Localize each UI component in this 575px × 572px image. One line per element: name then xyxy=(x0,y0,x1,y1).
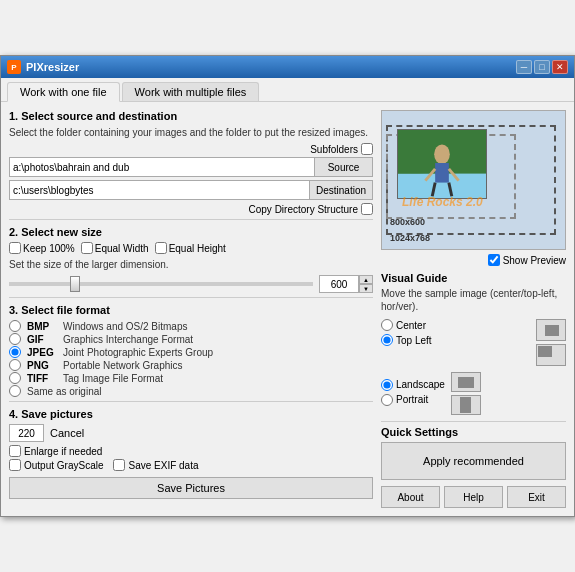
landscape-label: Landscape xyxy=(396,379,445,390)
mini-landscape-img xyxy=(458,377,474,388)
format-same-desc: Same as original xyxy=(27,386,101,397)
copy-dir-checkbox[interactable] xyxy=(361,203,373,215)
save-pictures-button[interactable]: Save Pictures xyxy=(9,477,373,499)
topleft-radio[interactable] xyxy=(381,334,393,346)
format-bmp-desc: Windows and OS/2 Bitmaps xyxy=(63,321,188,332)
size-value-input[interactable] xyxy=(319,275,359,293)
format-png-radio[interactable] xyxy=(9,359,21,371)
equal-height-option: Equal Height xyxy=(155,242,226,254)
equal-height-label: Equal Height xyxy=(169,243,226,254)
slider-thumb[interactable] xyxy=(70,276,80,292)
visual-guide-title: Visual Guide xyxy=(381,272,566,284)
landscape-radio[interactable] xyxy=(381,379,393,391)
keep100-option: Keep 100% xyxy=(9,242,75,254)
show-preview-checkbox[interactable] xyxy=(488,254,500,266)
app-window: P PIXresizer ─ □ ✕ Work with one file Wo… xyxy=(0,55,575,517)
grayscale-label: Output GrayScale xyxy=(24,460,103,471)
preview-area: Life Rocks 2.0 800x600 1024x768 xyxy=(381,110,566,250)
center-radio[interactable] xyxy=(381,319,393,331)
equal-width-label: Equal Width xyxy=(95,243,149,254)
section4-title: 4. Save pictures xyxy=(9,408,373,420)
title-bar-left: P PIXresizer xyxy=(7,60,79,74)
mini-landscape xyxy=(451,372,481,392)
svg-rect-3 xyxy=(435,163,449,183)
size-up-button[interactable]: ▲ xyxy=(359,275,373,284)
mini-img-center xyxy=(545,325,559,336)
maximize-button[interactable]: □ xyxy=(534,60,550,74)
bottom-buttons: About Help Exit xyxy=(381,486,566,508)
keep100-checkbox[interactable] xyxy=(9,242,21,254)
format-gif-radio[interactable] xyxy=(9,333,21,345)
tab-work-one-file[interactable]: Work with one file xyxy=(7,82,120,102)
main-content: 1. Select source and destination Select … xyxy=(1,102,574,516)
preview-size-1024: 1024x768 xyxy=(390,233,430,243)
center-option: Center xyxy=(381,319,530,331)
center-label: Center xyxy=(396,320,426,331)
subfolders-checkbox[interactable] xyxy=(361,143,373,155)
orientation-col: Landscape Portrait xyxy=(381,379,445,409)
help-button[interactable]: Help xyxy=(444,486,503,508)
quality-input[interactable] xyxy=(9,424,44,442)
equal-height-checkbox[interactable] xyxy=(155,242,167,254)
topleft-option: Top Left xyxy=(381,334,530,346)
copy-dir-row: Copy Directory Structure xyxy=(9,203,373,215)
format-gif-desc: Graphics Interchange Format xyxy=(63,334,193,345)
format-same: Same as original xyxy=(9,385,373,397)
format-tiff: TIFF Tag Image File Format xyxy=(9,372,373,384)
source-button[interactable]: Source xyxy=(315,157,373,177)
show-preview-label: Show Preview xyxy=(503,255,566,266)
enlarge-option: Enlarge if needed xyxy=(9,445,373,457)
keep100-label: Keep 100% xyxy=(23,243,75,254)
orientation-mini-previews xyxy=(451,372,481,415)
title-bar: P PIXresizer ─ □ ✕ xyxy=(1,56,574,78)
subfolders-label: Subfolders xyxy=(310,144,358,155)
bottom-checks: Output GrayScale Save EXIF data xyxy=(9,459,373,473)
orientation-options: Landscape Portrait xyxy=(381,372,566,415)
format-jpeg-desc: Joint Photographic Experts Group xyxy=(63,347,213,358)
dest-button[interactable]: Destination xyxy=(310,180,373,200)
equal-width-option: Equal Width xyxy=(81,242,149,254)
section2-title: 2. Select new size xyxy=(9,226,373,238)
enlarge-checkbox[interactable] xyxy=(9,445,21,457)
format-jpeg-name: JPEG xyxy=(27,347,57,358)
exif-label: Save EXIF data xyxy=(128,460,198,471)
mini-portrait-img xyxy=(460,397,471,413)
window-controls: ─ □ ✕ xyxy=(516,60,568,74)
format-png-desc: Portable Network Graphics xyxy=(63,360,183,371)
mini-preview-topleft xyxy=(536,344,566,366)
size-down-button[interactable]: ▼ xyxy=(359,284,373,293)
portrait-radio[interactable] xyxy=(381,394,393,406)
about-button[interactable]: About xyxy=(381,486,440,508)
mini-img-topleft xyxy=(538,346,552,357)
quick-settings-title: Quick Settings xyxy=(381,426,566,438)
tab-work-multiple-files[interactable]: Work with multiple files xyxy=(122,82,260,101)
cancel-link[interactable]: Cancel xyxy=(50,427,84,439)
set-size-desc: Set the size of the larger dimension. xyxy=(9,258,373,271)
apply-recommended-button[interactable]: Apply recommended xyxy=(381,442,566,480)
format-list: BMP Windows and OS/2 Bitmaps GIF Graphic… xyxy=(9,320,373,397)
quality-row: Cancel xyxy=(9,424,373,442)
grayscale-checkbox[interactable] xyxy=(9,459,21,471)
section3-title: 3. Select file format xyxy=(9,304,373,316)
equal-width-checkbox[interactable] xyxy=(81,242,93,254)
watermark: Life Rocks 2.0 xyxy=(402,195,483,209)
source-path-input[interactable] xyxy=(9,157,315,177)
grayscale-option: Output GrayScale xyxy=(9,459,103,471)
exif-checkbox[interactable] xyxy=(113,459,125,471)
format-gif-name: GIF xyxy=(27,334,57,345)
close-button[interactable]: ✕ xyxy=(552,60,568,74)
exit-button[interactable]: Exit xyxy=(507,486,566,508)
save-section: Cancel Enlarge if needed Output GrayScal… xyxy=(9,424,373,499)
size-slider[interactable] xyxy=(9,282,313,286)
dest-path-input[interactable] xyxy=(9,180,310,200)
topleft-label: Top Left xyxy=(396,335,432,346)
tab-bar: Work with one file Work with multiple fi… xyxy=(1,78,574,102)
format-gif: GIF Graphics Interchange Format xyxy=(9,333,373,345)
format-tiff-radio[interactable] xyxy=(9,372,21,384)
minimize-button[interactable]: ─ xyxy=(516,60,532,74)
format-bmp-radio[interactable] xyxy=(9,320,21,332)
section1-desc: Select the folder containing your images… xyxy=(9,126,373,139)
subfolders-row: Subfolders xyxy=(9,143,373,155)
format-same-radio[interactable] xyxy=(9,385,21,397)
format-jpeg-radio[interactable] xyxy=(9,346,21,358)
